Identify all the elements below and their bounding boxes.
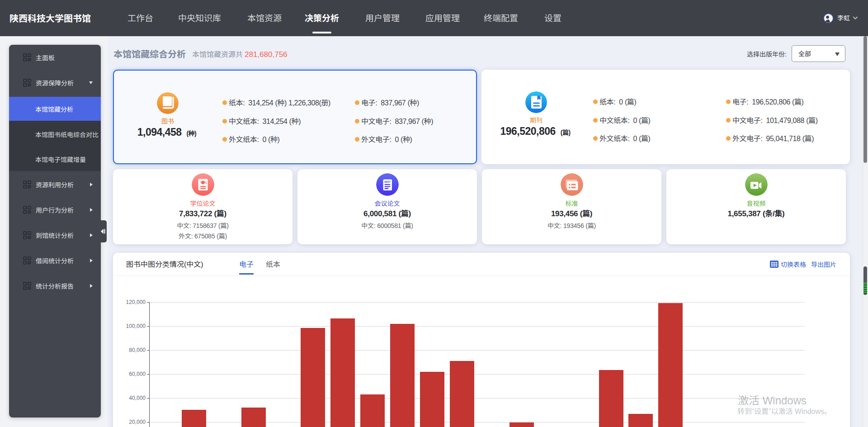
svg-text:MEET: MEET <box>384 180 391 183</box>
